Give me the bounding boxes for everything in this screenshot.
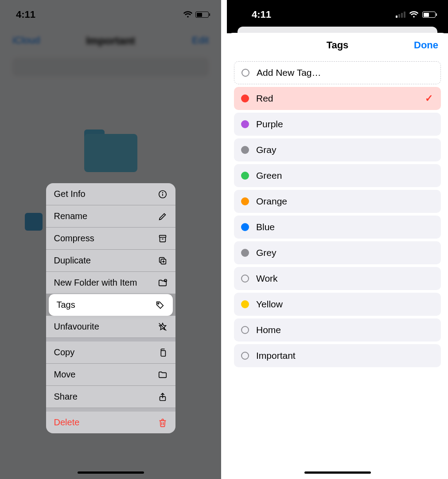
tag-dot	[241, 223, 249, 231]
tag-row-orange[interactable]: Orange	[234, 190, 441, 213]
menu-label: Delete	[54, 417, 80, 428]
sheet-header: Tags Done	[227, 33, 448, 58]
menu-label: Share	[54, 392, 78, 402]
pencil-icon	[158, 212, 168, 221]
cellular-icon	[396, 12, 405, 18]
status-bar: 4:11	[227, 7, 448, 22]
menu-move[interactable]: Move	[46, 364, 175, 386]
context-menu: Get Info Rename Compress Duplicate New F…	[46, 183, 175, 433]
tag-list: Add New Tag… Red ✓ Purple Gray Green	[227, 58, 448, 367]
menu-label: New Folder with Item	[54, 278, 137, 288]
tag-dot	[241, 197, 249, 205]
menu-label: Move	[54, 369, 76, 380]
check-icon: ✓	[425, 93, 433, 104]
menu-unfavourite[interactable]: Unfavourite	[46, 316, 175, 338]
svg-point-2	[162, 192, 163, 192]
tag-label: Green	[256, 170, 282, 181]
menu-new-folder[interactable]: New Folder with Item	[46, 272, 175, 294]
svg-point-9	[157, 302, 159, 304]
svg-rect-11	[161, 350, 165, 356]
home-indicator	[78, 471, 144, 474]
tag-row-home[interactable]: Home	[234, 318, 441, 342]
menu-label: Rename	[54, 211, 88, 221]
tag-row-red[interactable]: Red ✓	[234, 87, 441, 110]
duplicate-icon	[158, 256, 168, 266]
menu-delete[interactable]: Delete	[46, 408, 175, 433]
left-screenshot: 4:11 iCloud Important Edit Get Info Rena…	[0, 0, 221, 479]
tag-dot	[241, 172, 249, 180]
svg-line-10	[159, 323, 166, 330]
right-screenshot: 4:11 Tags Done Add New Tag… Red ✓	[227, 0, 448, 479]
menu-copy[interactable]: Copy	[46, 338, 175, 364]
info-icon	[158, 189, 168, 199]
tag-label: Important	[256, 350, 296, 361]
tag-dot	[241, 352, 249, 360]
svg-point-8	[164, 279, 167, 282]
tag-label: Work	[256, 273, 278, 284]
tag-row-gray[interactable]: Gray	[234, 138, 441, 161]
tag-label: Gray	[256, 145, 277, 155]
menu-label: Get Info	[54, 189, 86, 199]
folder-icon	[158, 370, 168, 380]
tag-dot	[241, 275, 249, 283]
menu-label: Tags	[57, 300, 75, 310]
menu-get-info[interactable]: Get Info	[46, 183, 175, 205]
tag-dot	[241, 249, 249, 257]
tag-label: Orange	[256, 196, 287, 207]
menu-label: Copy	[54, 347, 75, 357]
screenshot-divider	[221, 0, 227, 479]
menu-tags[interactable]: Tags	[49, 294, 173, 316]
menu-compress[interactable]: Compress	[46, 228, 175, 250]
menu-label: Unfavourite	[54, 322, 99, 332]
hollow-dot-icon	[242, 69, 249, 77]
tag-row-blue[interactable]: Blue	[234, 216, 441, 239]
trash-icon	[158, 418, 168, 428]
tag-label: Grey	[256, 247, 277, 258]
tag-label: Home	[256, 325, 281, 335]
archive-icon	[158, 234, 168, 243]
add-new-label: Add New Tag…	[257, 67, 321, 78]
add-new-tag[interactable]: Add New Tag…	[234, 61, 441, 84]
copy-icon	[158, 348, 168, 357]
battery-icon	[422, 12, 436, 18]
tag-dot	[241, 146, 249, 154]
done-button[interactable]: Done	[414, 39, 438, 51]
menu-label: Duplicate	[54, 255, 91, 266]
tag-row-purple[interactable]: Purple	[234, 113, 441, 136]
tag-label: Blue	[256, 222, 275, 232]
tag-row-work[interactable]: Work	[234, 267, 441, 290]
share-icon	[158, 392, 168, 402]
home-indicator	[304, 471, 371, 474]
sheet-title: Tags	[327, 39, 349, 51]
tag-row-important[interactable]: Important	[234, 344, 441, 367]
wifi-icon	[409, 11, 419, 18]
menu-duplicate[interactable]: Duplicate	[46, 250, 175, 272]
tags-sheet: Tags Done Add New Tag… Red ✓ Purple Gray	[227, 33, 448, 479]
tag-row-green[interactable]: Green	[234, 164, 441, 187]
status-icons	[396, 11, 436, 18]
status-time: 4:11	[252, 9, 271, 20]
tag-dot	[241, 94, 249, 102]
star-slash-icon	[158, 322, 168, 332]
menu-label: Compress	[54, 233, 94, 243]
folder-badge-icon	[158, 278, 168, 288]
tag-label: Purple	[256, 119, 283, 130]
tag-dot	[241, 326, 249, 334]
menu-share[interactable]: Share	[46, 386, 175, 408]
tag-icon	[155, 300, 165, 310]
svg-rect-3	[159, 235, 166, 237]
tag-label: Yellow	[256, 299, 283, 310]
tag-row-yellow[interactable]: Yellow	[234, 293, 441, 316]
tag-label: Red	[256, 93, 273, 104]
tag-row-grey[interactable]: Grey	[234, 241, 441, 264]
tag-dot	[241, 120, 249, 128]
tag-dot	[241, 300, 249, 308]
menu-rename[interactable]: Rename	[46, 205, 175, 228]
